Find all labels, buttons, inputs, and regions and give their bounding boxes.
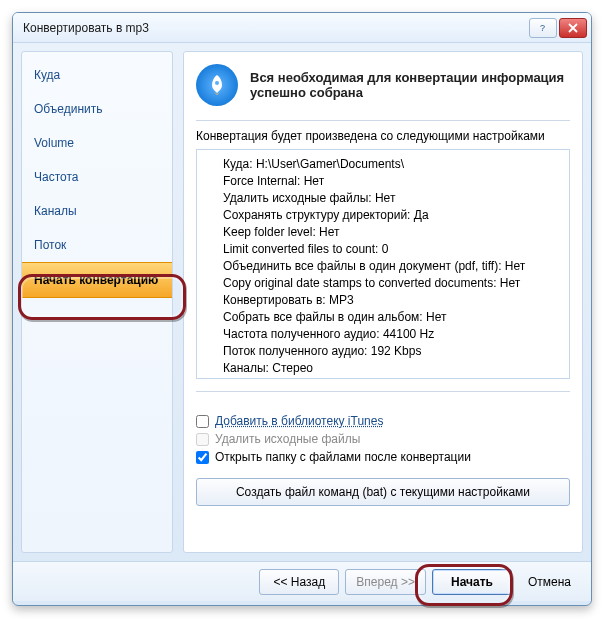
start-button[interactable]: Начать bbox=[432, 569, 512, 595]
checkbox-itunes-row: Добавить в библиотеку iTunes bbox=[196, 412, 570, 430]
setting-item: Limit converted files to count: 0 bbox=[223, 241, 565, 258]
main-panel: Вся необходимая для конвертации информац… bbox=[183, 51, 583, 553]
footer: << Назад Вперед >> Начать Отмена bbox=[13, 561, 591, 601]
checkbox-delete bbox=[196, 433, 209, 446]
sidebar-item-volume[interactable]: Volume bbox=[22, 126, 172, 160]
help-button[interactable]: ? bbox=[529, 18, 557, 38]
setting-item: Поток полученного аудио: 192 Kbps bbox=[223, 343, 565, 360]
setting-item: Куда: H:\User\Gamer\Documents\ bbox=[223, 156, 565, 173]
checkbox-open-row: Открыть папку с файлами после конвертаци… bbox=[196, 448, 570, 466]
svg-text:?: ? bbox=[540, 23, 545, 33]
back-button[interactable]: << Назад bbox=[259, 569, 339, 595]
checkbox-open-folder[interactable] bbox=[196, 451, 209, 464]
setting-item: Частота полученного аудио: 44100 Hz bbox=[223, 326, 565, 343]
checkbox-itunes[interactable] bbox=[196, 415, 209, 428]
setting-item: Copy original date stamps to converted d… bbox=[223, 275, 565, 292]
setting-item: Force Internal: Нет bbox=[223, 173, 565, 190]
settings-list[interactable]: Куда: H:\User\Gamer\Documents\ Force Int… bbox=[196, 149, 570, 379]
sidebar-item-frequency[interactable]: Частота bbox=[22, 160, 172, 194]
sidebar-item-destination[interactable]: Куда bbox=[22, 58, 172, 92]
sidebar-item-start-conversion[interactable]: Начать конвертацию bbox=[22, 262, 172, 298]
sidebar-item-combine[interactable]: Объединить bbox=[22, 92, 172, 126]
close-button[interactable] bbox=[559, 18, 587, 38]
titlebar: Конвертировать в mp3 ? bbox=[13, 13, 591, 43]
setting-item: Конвертировать в: MP3 bbox=[223, 292, 565, 309]
create-bat-button[interactable]: Создать файл команд (bat) с текущими нас… bbox=[196, 478, 570, 506]
cancel-button[interactable]: Отмена bbox=[518, 570, 581, 594]
wizard-window: Конвертировать в mp3 ? Куда Объединить V… bbox=[12, 12, 592, 606]
checkbox-open-label: Открыть папку с файлами после конвертаци… bbox=[215, 450, 471, 464]
setting-item: Сохранять структуру директорий: Да bbox=[223, 207, 565, 224]
sidebar-item-stream[interactable]: Поток bbox=[22, 228, 172, 262]
setting-item: Keep folder level: Нет bbox=[223, 224, 565, 241]
setting-item: Удалить исходные файлы: Нет bbox=[223, 190, 565, 207]
forward-button[interactable]: Вперед >> bbox=[345, 569, 426, 595]
window-title: Конвертировать в mp3 bbox=[23, 21, 527, 35]
setting-item: Объединить все файлы в один документ (pd… bbox=[223, 258, 565, 275]
header-text: Вся необходимая для конвертации информац… bbox=[250, 70, 570, 100]
subheader-text: Конвертация будет произведена со следующ… bbox=[196, 129, 570, 143]
wizard-sidebar: Куда Объединить Volume Частота Каналы По… bbox=[21, 51, 173, 553]
rocket-icon bbox=[196, 64, 238, 106]
checkbox-delete-row: Удалить исходные файлы bbox=[196, 430, 570, 448]
checkbox-delete-label: Удалить исходные файлы bbox=[215, 432, 360, 446]
setting-item: Каналы: Стерео bbox=[223, 360, 565, 377]
setting-item: Собрать все файлы в один альбом: Нет bbox=[223, 309, 565, 326]
checkbox-itunes-label[interactable]: Добавить в библиотеку iTunes bbox=[215, 414, 383, 428]
sidebar-item-channels[interactable]: Каналы bbox=[22, 194, 172, 228]
